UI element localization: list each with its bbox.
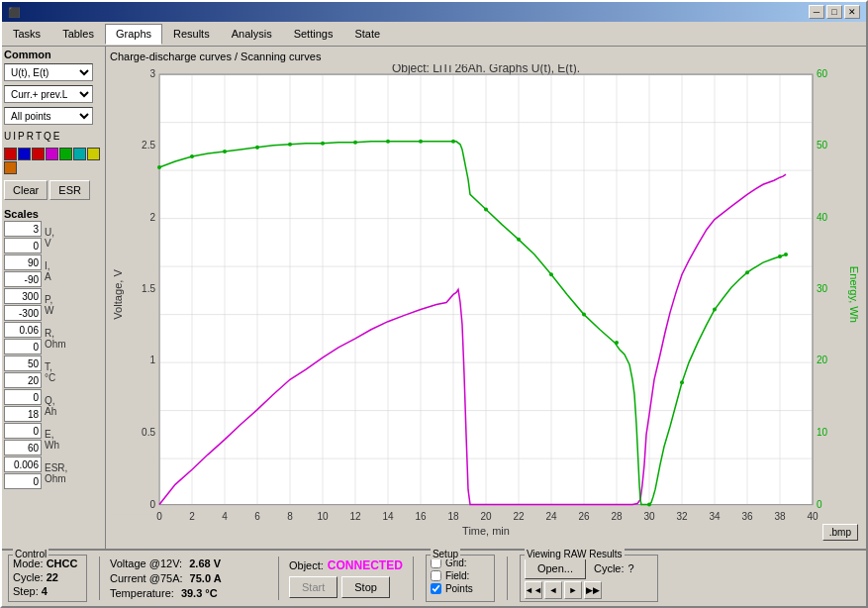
y-left-label: Voltage, V bbox=[112, 268, 124, 319]
chart-svg: Object: LiTi 26Ah. Graphs U(t), E(t). bbox=[110, 64, 862, 545]
scale-i-bottom[interactable] bbox=[4, 271, 42, 287]
svg-point-96 bbox=[745, 270, 749, 274]
scale-t-top[interactable] bbox=[4, 355, 42, 371]
divider-1 bbox=[99, 557, 100, 600]
svg-text:34: 34 bbox=[709, 511, 721, 522]
points-mode-dropdown[interactable]: All points bbox=[4, 107, 93, 125]
title-bar-controls: ─ □ ✕ bbox=[809, 5, 860, 19]
scale-i: I,A bbox=[4, 254, 103, 287]
svg-text:6: 6 bbox=[254, 511, 260, 522]
svg-text:0: 0 bbox=[149, 499, 155, 510]
field-checkbox[interactable] bbox=[431, 570, 441, 581]
color-btn-r[interactable] bbox=[46, 148, 58, 160]
main-area: Common U(t), E(t) Curr.+ prev.L All poin… bbox=[2, 47, 866, 549]
scale-esr: ESR,Ohm bbox=[4, 456, 103, 489]
tab-state[interactable]: State bbox=[343, 24, 391, 44]
scales-label: Scales bbox=[4, 208, 103, 220]
divider-4 bbox=[507, 557, 508, 600]
color-btn-t[interactable] bbox=[59, 148, 72, 160]
svg-text:28: 28 bbox=[611, 511, 623, 522]
color-btn-i[interactable] bbox=[18, 148, 31, 160]
scale-q-bottom[interactable] bbox=[4, 406, 42, 422]
nav-next-button[interactable]: ► bbox=[564, 581, 582, 599]
color-btn-q[interactable] bbox=[73, 148, 86, 160]
close-button[interactable]: ✕ bbox=[844, 5, 860, 19]
color-buttons-row bbox=[4, 148, 103, 174]
nav-row: ◄◄ ◄ ► ▶▶ bbox=[525, 581, 653, 599]
scale-q: Q,Ah bbox=[4, 389, 103, 422]
color-btn-p[interactable] bbox=[32, 148, 45, 160]
svg-text:22: 22 bbox=[513, 511, 525, 522]
svg-text:0: 0 bbox=[156, 511, 162, 522]
svg-text:3: 3 bbox=[149, 68, 155, 79]
svg-point-90 bbox=[549, 272, 553, 276]
tab-results[interactable]: Results bbox=[162, 24, 221, 44]
scale-r-top[interactable] bbox=[4, 322, 42, 338]
svg-point-98 bbox=[784, 253, 788, 256]
temp-label: Temperature: bbox=[110, 587, 174, 599]
viewing-group: Viewing RAW Results Open... Cycle: ? ◄◄ … bbox=[520, 555, 658, 602]
open-button[interactable]: Open... bbox=[525, 557, 586, 579]
tab-analysis[interactable]: Analysis bbox=[221, 24, 283, 44]
scale-u-top[interactable] bbox=[4, 221, 42, 237]
scale-p: P,W bbox=[4, 288, 103, 321]
svg-point-88 bbox=[484, 207, 488, 211]
svg-point-81 bbox=[255, 146, 259, 150]
points-checkbox[interactable] bbox=[431, 583, 441, 594]
svg-text:10: 10 bbox=[817, 427, 828, 438]
field-label: Field: bbox=[445, 570, 469, 581]
chart-container: Object: LiTi 26Ah. Graphs U(t), E(t). bbox=[110, 64, 862, 545]
scale-e-bottom[interactable] bbox=[4, 440, 42, 456]
x-label: Time, min bbox=[462, 525, 510, 537]
nav-next-next-button[interactable]: ▶▶ bbox=[584, 581, 602, 599]
tab-settings[interactable]: Settings bbox=[283, 24, 344, 44]
svg-text:10: 10 bbox=[317, 511, 329, 522]
scale-p-top[interactable] bbox=[4, 288, 42, 304]
minimize-button[interactable]: ─ bbox=[809, 5, 824, 19]
scale-u-bottom[interactable] bbox=[4, 238, 42, 253]
scale-i-top[interactable] bbox=[4, 254, 42, 270]
color-btn-u[interactable] bbox=[4, 148, 17, 160]
scale-esr-bottom[interactable] bbox=[4, 473, 42, 489]
scale-esr-top[interactable] bbox=[4, 456, 42, 472]
scales-section: Scales U,V I,A bbox=[4, 208, 103, 490]
svg-text:26: 26 bbox=[578, 511, 590, 522]
nav-prev-prev-button[interactable]: ◄◄ bbox=[525, 581, 542, 599]
color-btn-esr[interactable] bbox=[4, 161, 17, 174]
graph-type-dropdown[interactable]: U(t), E(t) bbox=[4, 63, 93, 81]
start-button[interactable]: Start bbox=[289, 576, 338, 598]
chart-subtitle: Charge-discharge curves / Scanning curve… bbox=[110, 51, 862, 62]
bmp-button[interactable]: .bmp bbox=[822, 524, 858, 541]
scale-r: R,Ohm bbox=[4, 322, 103, 355]
tab-tables[interactable]: Tables bbox=[51, 24, 105, 44]
voltage-value: 2.68 V bbox=[189, 557, 221, 569]
scale-e-top[interactable] bbox=[4, 423, 42, 439]
scale-t-bottom[interactable] bbox=[4, 372, 42, 388]
object-row: Object: CONNECTED bbox=[289, 558, 403, 572]
scale-p-bottom[interactable] bbox=[4, 305, 42, 321]
tab-tasks[interactable]: Tasks bbox=[2, 24, 51, 44]
setup-controls: Grid: Field: Points bbox=[431, 557, 490, 594]
svg-text:0.5: 0.5 bbox=[142, 427, 155, 438]
esr-button[interactable]: ESR bbox=[49, 180, 90, 200]
svg-text:4: 4 bbox=[222, 511, 228, 522]
color-btn-e[interactable] bbox=[87, 148, 100, 160]
stop-button[interactable]: Stop bbox=[341, 576, 390, 598]
measurements-section: Voltage @12V: 2.68 V Current @75A: 75.0 … bbox=[110, 553, 268, 604]
scale-q-top[interactable] bbox=[4, 389, 42, 405]
display-mode-row: Curr.+ prev.L bbox=[4, 85, 103, 103]
voltage-row: Voltage @12V: 2.68 V bbox=[110, 557, 268, 569]
mode-value: CHCC bbox=[47, 557, 78, 569]
y-right-label: Energy, Wh bbox=[848, 266, 860, 323]
svg-text:2.5: 2.5 bbox=[142, 140, 155, 151]
divider-3 bbox=[413, 557, 414, 600]
maximize-button[interactable]: □ bbox=[826, 5, 842, 19]
divider-2 bbox=[278, 557, 279, 600]
step-label: Step: bbox=[13, 585, 39, 597]
display-mode-dropdown[interactable]: Curr.+ prev.L bbox=[4, 85, 93, 103]
scale-r-bottom[interactable] bbox=[4, 339, 42, 355]
svg-text:1: 1 bbox=[149, 355, 155, 365]
tab-graphs[interactable]: Graphs bbox=[105, 24, 162, 45]
nav-prev-button[interactable]: ◄ bbox=[544, 581, 562, 599]
clear-button[interactable]: Clear bbox=[4, 180, 48, 200]
